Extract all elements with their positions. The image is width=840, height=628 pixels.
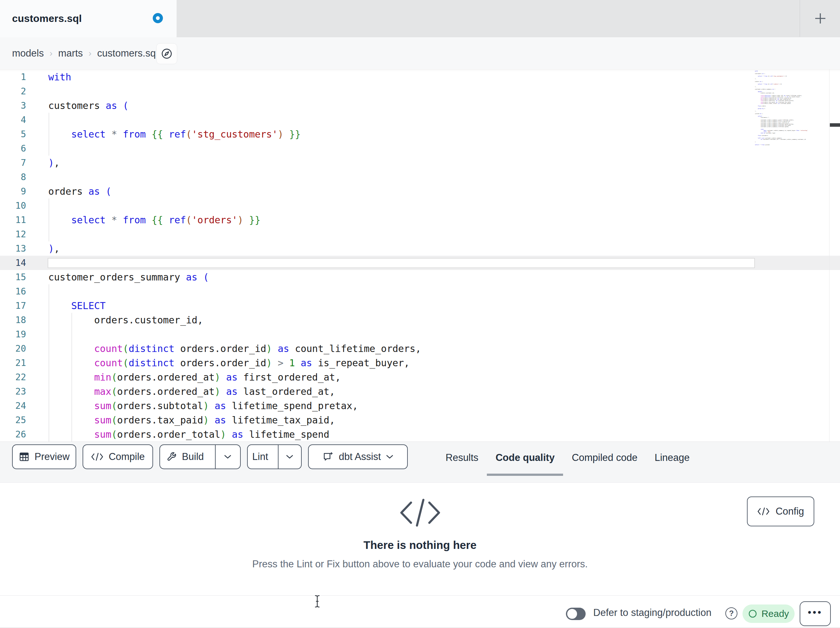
tab-code-quality[interactable]: Code quality xyxy=(487,442,563,476)
code-line-11[interactable]: 11 select * from {{ ref('orders') }} xyxy=(0,213,840,227)
line-number[interactable]: 2 xyxy=(0,84,26,98)
scrollbar-thumb[interactable] xyxy=(830,123,840,127)
line-number[interactable]: 20 xyxy=(0,342,26,356)
code-editor[interactable]: 1with23customers as (45 select * from {{… xyxy=(0,69,840,441)
code-line-15[interactable]: 15customer_orders_summary as ( xyxy=(0,270,840,284)
line-number[interactable]: 3 xyxy=(0,98,26,113)
code-text: select * from {{ ref('stg_customers') }} xyxy=(48,127,301,141)
code-line-10[interactable]: 10 xyxy=(0,199,840,213)
editor-tab-customers-sql[interactable]: customers.sql xyxy=(0,0,177,37)
code-text: SELECT xyxy=(48,299,106,313)
lint-main-segment[interactable]: Lint xyxy=(248,445,273,468)
line-number[interactable]: 17 xyxy=(0,299,26,313)
code-line-5[interactable]: 5 select * from {{ ref('stg_customers') … xyxy=(0,127,840,141)
line-number[interactable]: 16 xyxy=(0,284,26,299)
tab-lineage[interactable]: Lineage xyxy=(646,442,698,476)
code-line-8[interactable]: 8 xyxy=(0,170,840,184)
code-line-18[interactable]: 18 orders.customer_id, xyxy=(0,313,840,327)
code-line-2[interactable]: 2 xyxy=(0,84,840,98)
code-line-23[interactable]: 23 max(orders.ordered_at) as last_ordere… xyxy=(0,384,840,399)
code-line-14[interactable]: 14 xyxy=(0,256,840,270)
build-button[interactable]: Build xyxy=(159,445,241,469)
new-tab-button[interactable] xyxy=(807,6,834,31)
line-number[interactable]: 5 xyxy=(0,127,26,141)
tab-title: customers.sql xyxy=(12,13,82,24)
code-line-25[interactable]: 25 sum(orders.tax_paid) as lifetime_tax_… xyxy=(0,413,840,427)
line-number[interactable]: 23 xyxy=(0,384,26,399)
code-text: min(orders.ordered_at) as first_ordered_… xyxy=(48,370,341,384)
breadcrumb-item-models[interactable]: models xyxy=(12,47,44,59)
line-number[interactable]: 26 xyxy=(0,427,26,441)
line-number[interactable]: 13 xyxy=(0,241,26,256)
code-line-12[interactable]: 12 xyxy=(0,227,840,241)
line-number[interactable]: 11 xyxy=(0,213,26,227)
plus-icon xyxy=(813,11,827,25)
line-number[interactable]: 24 xyxy=(0,399,26,413)
indent-guide xyxy=(49,227,49,241)
defer-toggle[interactable] xyxy=(566,607,586,620)
code-text: ), xyxy=(48,241,60,256)
chevron-down-icon xyxy=(386,454,393,459)
build-main-segment[interactable]: Build xyxy=(160,445,210,468)
toggle-knob xyxy=(567,609,577,619)
code-text: select * from {{ ref('orders') }} xyxy=(48,213,261,227)
tab-lineage-label: Lineage xyxy=(655,452,690,463)
code-line-6[interactable]: 6 xyxy=(0,141,840,156)
code-line-13[interactable]: 13), xyxy=(0,241,840,256)
tab-compiled-code-label: Compiled code xyxy=(572,452,637,463)
breadcrumb-item-customers-sql[interactable]: customers.sql xyxy=(97,47,158,59)
indent-guide xyxy=(71,327,72,342)
code-line-19[interactable]: 19 xyxy=(0,327,840,342)
defer-label: Defer to staging/production xyxy=(593,607,711,619)
line-number[interactable]: 25 xyxy=(0,413,26,427)
more-options-button[interactable]: ••• xyxy=(800,601,831,626)
question-circle-icon[interactable]: ? xyxy=(725,607,737,619)
tab-results[interactable]: Results xyxy=(437,442,487,476)
code-line-3[interactable]: 3customers as ( xyxy=(0,98,840,113)
indent-guide xyxy=(49,141,49,156)
panel-tabs: Results Code quality Compiled code Linea… xyxy=(437,442,698,476)
file-navigate-button[interactable] xyxy=(156,43,177,64)
code-line-24[interactable]: 24 sum(orders.subtotal) as lifetime_spen… xyxy=(0,399,840,413)
compile-button[interactable]: Compile xyxy=(82,445,153,469)
line-number[interactable]: 21 xyxy=(0,356,26,370)
tab-compiled-code[interactable]: Compiled code xyxy=(563,442,646,476)
lint-button[interactable]: Lint xyxy=(247,445,302,469)
code-line-1[interactable]: 1with xyxy=(0,70,840,84)
code-line-9[interactable]: 9orders as ( xyxy=(0,184,840,199)
code-line-26[interactable]: 26 sum(orders.order_total) as lifetime_s… xyxy=(0,427,840,441)
line-number[interactable]: 8 xyxy=(0,170,26,184)
chat-sparkle-icon xyxy=(322,451,334,462)
line-number[interactable]: 6 xyxy=(0,141,26,156)
code-line-17[interactable]: 17 SELECT xyxy=(0,299,840,313)
minimap[interactable]: with customers as ( select * from {{ ref… xyxy=(755,71,829,439)
line-number[interactable]: 4 xyxy=(0,113,26,127)
dbt-assist-button[interactable]: dbt Assist xyxy=(308,445,408,469)
mouse-cursor-ibeam xyxy=(313,595,322,608)
code-line-21[interactable]: 21 count(distinct orders.order_id) > 1 a… xyxy=(0,356,840,370)
line-number[interactable]: 7 xyxy=(0,156,26,170)
line-number[interactable]: 22 xyxy=(0,370,26,384)
code-line-22[interactable]: 22 min(orders.ordered_at) as first_order… xyxy=(0,370,840,384)
status-badge-ready[interactable]: Ready xyxy=(742,604,794,623)
code-line-7[interactable]: 7), xyxy=(0,156,840,170)
line-number[interactable]: 18 xyxy=(0,313,26,327)
line-number[interactable]: 1 xyxy=(0,70,26,84)
line-number[interactable]: 19 xyxy=(0,327,26,342)
line-number[interactable]: 14 xyxy=(0,256,26,270)
line-number[interactable]: 12 xyxy=(0,227,26,241)
build-dropdown-button[interactable] xyxy=(215,445,240,468)
code-line-20[interactable]: 20 count(distinct orders.order_id) as co… xyxy=(0,342,840,356)
code-text: ), xyxy=(48,156,60,170)
preview-button[interactable]: Preview xyxy=(12,445,76,469)
lint-dropdown-button[interactable] xyxy=(278,445,301,468)
code-line-16[interactable]: 16 xyxy=(0,284,840,299)
config-button[interactable]: Config xyxy=(747,497,814,526)
code-line-4[interactable]: 4 xyxy=(0,113,840,127)
line-number[interactable]: 9 xyxy=(0,184,26,199)
line-number[interactable]: 15 xyxy=(0,270,26,284)
indent-guide xyxy=(49,113,49,127)
line-number[interactable]: 10 xyxy=(0,199,26,213)
status-circle-icon xyxy=(748,609,757,618)
breadcrumb-item-marts[interactable]: marts xyxy=(58,47,83,59)
